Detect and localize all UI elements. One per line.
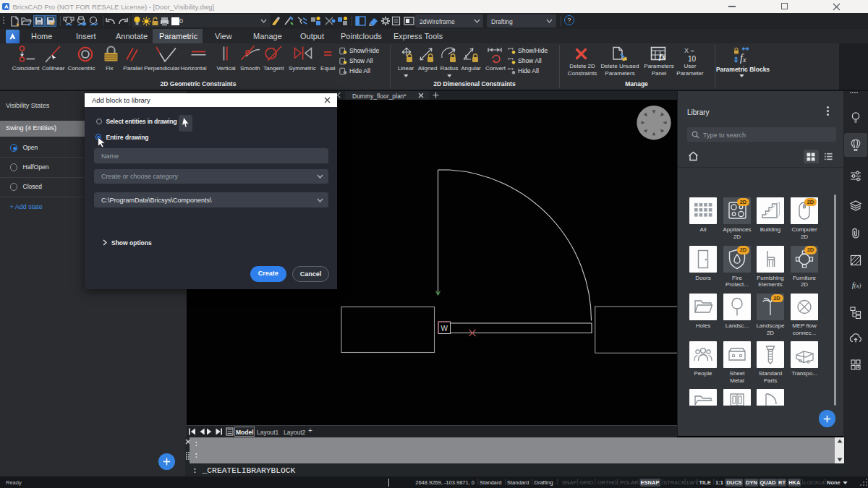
svg-text:10: 10: [688, 55, 697, 63]
svg-text:fx: fx: [740, 53, 746, 64]
svg-text:fx: fx: [659, 52, 666, 61]
svg-text:X =: X =: [684, 47, 694, 54]
svg-text:W: W: [441, 325, 448, 333]
